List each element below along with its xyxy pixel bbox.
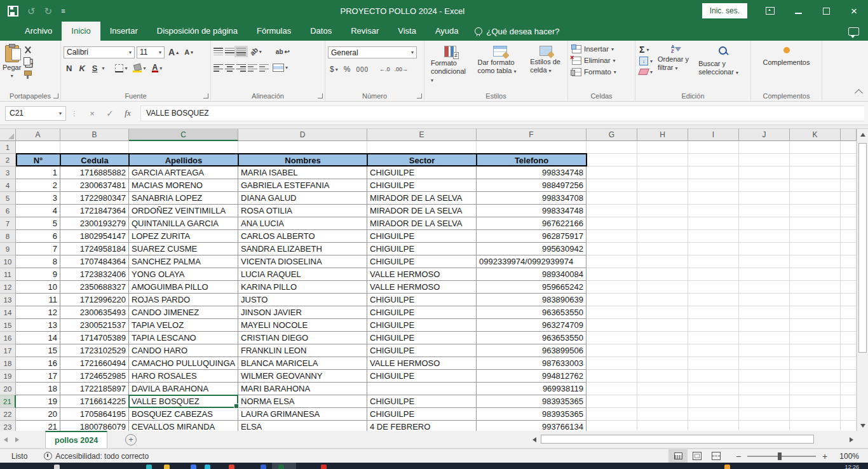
tab-archivo[interactable]: Archivo xyxy=(15,22,62,41)
cell-K15[interactable] xyxy=(790,319,841,332)
cell-H8[interactable] xyxy=(637,230,688,243)
cell-x13[interactable] xyxy=(841,294,857,306)
scroll-down-icon[interactable] xyxy=(857,420,868,431)
cell-J17[interactable] xyxy=(739,344,790,357)
cell-B16[interactable]: 1714705389 xyxy=(60,332,129,344)
percent-button[interactable]: % xyxy=(342,64,353,75)
increase-decimal-button[interactable]: ←.0 xyxy=(378,65,391,74)
cell-F22[interactable]: 983935365 xyxy=(477,408,587,421)
cell-G20[interactable] xyxy=(587,383,637,395)
column-header-D[interactable]: D xyxy=(238,129,367,141)
horizontal-scrollbar[interactable] xyxy=(529,434,857,445)
cell-G21[interactable] xyxy=(587,395,637,408)
name-box[interactable]: C21 ▾ xyxy=(5,106,66,121)
cell-x23[interactable] xyxy=(841,421,857,431)
cell-D19[interactable]: WILMER GEOVANNY xyxy=(238,370,367,383)
row-header-12[interactable]: 12 xyxy=(0,281,16,294)
cell-F16[interactable]: 963653550 xyxy=(477,332,587,344)
row-header-3[interactable]: 3 xyxy=(0,167,16,179)
restore-button[interactable] xyxy=(812,0,840,22)
cell-G10[interactable] xyxy=(587,255,637,268)
cell-G17[interactable] xyxy=(587,344,637,357)
cell-H21[interactable] xyxy=(637,395,688,408)
cell-A17[interactable]: 15 xyxy=(16,344,60,357)
cell-H14[interactable] xyxy=(637,306,688,319)
zoom-in-icon[interactable]: + xyxy=(821,451,829,461)
cell-J23[interactable] xyxy=(739,421,790,431)
column-header-F[interactable]: F xyxy=(477,129,587,141)
underline-button[interactable]: S xyxy=(90,63,100,74)
cell-C10[interactable]: SANCHEZ PALMA xyxy=(129,255,238,268)
cell-C18[interactable]: CAMACHO PULLUQUINGA xyxy=(129,357,238,370)
sheet-tab-pollos-2024[interactable]: pollos 2024 xyxy=(45,431,107,448)
cell-K7[interactable] xyxy=(790,217,841,230)
cell-B1[interactable] xyxy=(60,141,129,154)
cell-K19[interactable] xyxy=(790,370,841,383)
cell-F2[interactable]: Telefono xyxy=(477,154,587,167)
cell-G16[interactable] xyxy=(587,332,637,344)
align-left-icon[interactable] xyxy=(214,64,223,72)
cell-K9[interactable] xyxy=(790,243,841,255)
cell-A13[interactable]: 11 xyxy=(16,294,60,306)
cell-I10[interactable] xyxy=(688,255,739,268)
cell-F17[interactable]: 963899506 xyxy=(477,344,587,357)
cell-H9[interactable] xyxy=(637,243,688,255)
cell-I20[interactable] xyxy=(688,383,739,395)
fill-color-button[interactable]: ▾ xyxy=(131,63,147,74)
formula-input[interactable]: VALLE BOSQUEZ xyxy=(140,105,864,121)
cell-B9[interactable]: 1724958184 xyxy=(60,243,129,255)
align-center-icon[interactable] xyxy=(225,64,234,72)
tab-ayuda[interactable]: Ayuda xyxy=(426,22,468,41)
cell-C15[interactable]: TAPIA VELOZ xyxy=(129,319,238,332)
cell-J10[interactable] xyxy=(739,255,790,268)
cell-A12[interactable]: 10 xyxy=(16,281,60,294)
cell-K21[interactable] xyxy=(790,395,841,408)
cell-C16[interactable]: TAPIA LESCANO xyxy=(129,332,238,344)
cell-x11[interactable] xyxy=(841,268,857,281)
cell-E20[interactable] xyxy=(367,383,477,395)
cell-K14[interactable] xyxy=(790,306,841,319)
cell-G5[interactable] xyxy=(587,192,637,205)
cell-K12[interactable] xyxy=(790,281,841,294)
customize-qat-icon[interactable]: ≡ xyxy=(61,7,64,15)
cell-E6[interactable]: MIRADOR DE LA SELVA xyxy=(367,205,477,217)
cell-A20[interactable]: 18 xyxy=(16,383,60,395)
undo-icon[interactable]: ↺ xyxy=(27,6,36,16)
taskbar-app-icon[interactable] xyxy=(205,465,210,469)
scroll-right-icon[interactable] xyxy=(846,434,857,445)
insert-function-icon[interactable]: fx xyxy=(119,108,137,118)
cell-B22[interactable]: 1705864195 xyxy=(60,408,129,421)
row-header-23[interactable]: 23 xyxy=(0,421,16,431)
cell-x14[interactable] xyxy=(841,306,857,319)
row-header-15[interactable]: 15 xyxy=(0,319,16,332)
scroll-left-icon[interactable] xyxy=(529,434,539,445)
wrap-text-button[interactable]: ab↩ xyxy=(274,47,292,57)
cell-C2[interactable]: Apellidos xyxy=(129,154,238,167)
cell-C17[interactable]: CANDO HARO xyxy=(129,344,238,357)
row-header-5[interactable]: 5 xyxy=(0,192,16,205)
cell-K3[interactable] xyxy=(790,167,841,179)
cell-C11[interactable]: YONG OLAYA xyxy=(129,268,238,281)
cell-x17[interactable] xyxy=(841,344,857,357)
cell-I6[interactable] xyxy=(688,205,739,217)
minimize-button[interactable] xyxy=(784,0,812,22)
number-format-select[interactable]: General▾ xyxy=(328,46,417,58)
cell-I8[interactable] xyxy=(688,230,739,243)
cell-D2[interactable]: Nombres xyxy=(238,154,367,167)
cell-D14[interactable]: JINSON JAVIER xyxy=(238,306,367,319)
addins-button[interactable]: Complementos xyxy=(754,47,819,67)
cell-D18[interactable]: BLANCA MARICELA xyxy=(238,357,367,370)
cell-F14[interactable]: 963653550 xyxy=(477,306,587,319)
cell-H10[interactable] xyxy=(637,255,688,268)
cell-B4[interactable]: 2300637481 xyxy=(60,179,129,192)
cell-C23[interactable]: CEVALLOS MIRANDA xyxy=(129,421,238,431)
format-as-table-button[interactable]: Dar formato como tabla ▾ xyxy=(474,43,527,78)
cell-J5[interactable] xyxy=(739,192,790,205)
cell-G3[interactable] xyxy=(587,167,637,179)
cell-E1[interactable] xyxy=(367,141,477,154)
cell-A10[interactable]: 8 xyxy=(16,255,60,268)
cell-D21[interactable]: NORMA ELSA xyxy=(238,395,367,408)
cell-B13[interactable]: 1712996220 xyxy=(60,294,129,306)
cell-F8[interactable]: 962875917 xyxy=(477,230,587,243)
cell-I17[interactable] xyxy=(688,344,739,357)
